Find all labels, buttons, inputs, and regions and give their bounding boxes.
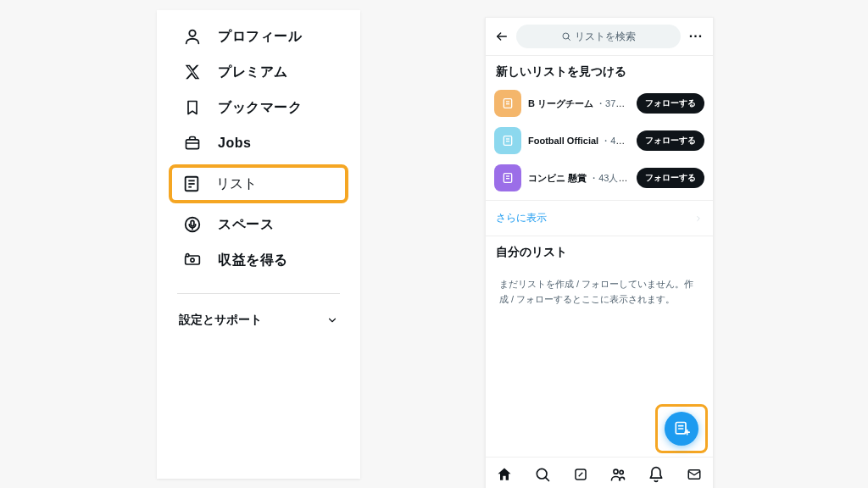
settings-and-support[interactable]: 設定とサポート bbox=[157, 294, 360, 336]
nav-spaces[interactable]: スペース bbox=[157, 207, 360, 242]
nav-jobs[interactable]: Jobs bbox=[157, 125, 360, 161]
tab-messages[interactable] bbox=[684, 464, 704, 485]
briefcase-icon bbox=[182, 133, 203, 153]
list-name: B リーグチーム bbox=[528, 98, 593, 108]
money-icon bbox=[182, 250, 203, 270]
x-logo-icon bbox=[182, 62, 203, 82]
show-more-button[interactable]: さらに表示 bbox=[486, 200, 713, 236]
nav-monetization-label: 収益を得る bbox=[218, 252, 288, 269]
more-options-button[interactable]: ··· bbox=[687, 29, 704, 44]
svg-point-0 bbox=[189, 30, 195, 36]
list-suggestions: B リーグチーム ・37人のメンバー フォローする Football Offic… bbox=[486, 85, 713, 197]
microphone-icon bbox=[182, 214, 203, 235]
nav-lists-highlighted[interactable]: リスト bbox=[169, 164, 348, 203]
tab-home[interactable] bbox=[494, 464, 515, 485]
search-placeholder: リストを検索 bbox=[575, 30, 636, 44]
tab-grok[interactable] bbox=[570, 464, 591, 485]
follow-button[interactable]: フォローする bbox=[637, 130, 704, 151]
follow-button[interactable]: フォローする bbox=[637, 93, 704, 114]
list-meta: ・43人のメンバー bbox=[589, 173, 630, 183]
svg-point-32 bbox=[614, 469, 618, 474]
list-thumb-icon bbox=[494, 127, 521, 154]
search-bar: リストを検索 ··· bbox=[486, 18, 713, 56]
nav-bookmarks-label: ブックマーク bbox=[218, 99, 302, 117]
my-lists-title: 自分のリスト bbox=[486, 236, 713, 265]
svg-rect-1 bbox=[186, 140, 199, 149]
create-list-fab[interactable] bbox=[665, 412, 698, 446]
list-thumb-icon bbox=[494, 164, 521, 191]
nav-lists-label: リスト bbox=[216, 175, 257, 193]
list-name: Football Official bbox=[528, 136, 598, 146]
list-icon bbox=[182, 175, 201, 193]
search-input[interactable]: リストを検索 bbox=[516, 25, 681, 48]
list-suggestion-item[interactable]: B リーグチーム ・37人のメンバー フォローする bbox=[486, 85, 713, 122]
bookmark-icon bbox=[182, 97, 203, 118]
nav-spaces-label: スペース bbox=[218, 216, 274, 234]
svg-line-13 bbox=[568, 38, 570, 41]
nav-monetization[interactable]: 収益を得る bbox=[157, 242, 360, 278]
list-name: コンビニ 懸賞 bbox=[528, 173, 587, 183]
nav-bookmarks[interactable]: ブックマーク bbox=[157, 90, 360, 125]
svg-rect-7 bbox=[191, 220, 194, 225]
settings-label: 設定とサポート bbox=[179, 313, 262, 328]
lists-screen: リストを検索 ··· 新しいリストを見つける B リーグチーム ・37人のメンバ… bbox=[485, 17, 714, 488]
svg-point-33 bbox=[620, 470, 623, 474]
list-info: Football Official ・44人の… bbox=[528, 135, 630, 147]
list-thumb-icon bbox=[494, 90, 521, 117]
tab-notifications[interactable] bbox=[646, 464, 666, 485]
list-meta: ・37人のメンバー bbox=[596, 98, 630, 108]
svg-point-10 bbox=[186, 254, 189, 257]
list-suggestion-item[interactable]: コンビニ 懸賞 ・43人のメンバー フォローする bbox=[486, 159, 713, 197]
bottom-nav bbox=[486, 457, 713, 488]
list-info: B リーグチーム ・37人のメンバー bbox=[528, 97, 630, 110]
follow-button[interactable]: フォローする bbox=[637, 168, 704, 188]
chevron-down-icon bbox=[326, 314, 338, 326]
svg-line-31 bbox=[578, 472, 582, 476]
list-info: コンビニ 懸賞 ・43人のメンバー bbox=[528, 172, 630, 185]
tab-communities[interactable] bbox=[608, 464, 628, 485]
discover-lists-title: 新しいリストを見つける bbox=[486, 56, 713, 85]
back-button[interactable] bbox=[494, 29, 509, 44]
empty-lists-message: まだリストを作成 / フォローしていません。作成 / フォローするとここに表示さ… bbox=[486, 265, 713, 319]
svg-line-29 bbox=[545, 477, 548, 480]
nav-profile[interactable]: プロフィール bbox=[157, 19, 360, 54]
profile-icon bbox=[182, 26, 203, 47]
lists-body bbox=[486, 319, 713, 457]
nav-jobs-label: Jobs bbox=[218, 136, 251, 151]
nav-profile-label: プロフィール bbox=[218, 28, 302, 46]
search-icon bbox=[561, 31, 571, 42]
nav-premium-label: プレミアム bbox=[218, 64, 288, 81]
show-more-label: さらに表示 bbox=[496, 211, 547, 225]
svg-point-9 bbox=[191, 258, 194, 262]
side-nav-panel: プロフィール プレミアム ブックマーク Jobs リスト スペース bbox=[157, 10, 360, 479]
tab-search[interactable] bbox=[532, 464, 553, 485]
create-list-highlight bbox=[655, 404, 708, 453]
list-meta: ・44人の… bbox=[601, 136, 630, 146]
nav-premium[interactable]: プレミアム bbox=[157, 54, 360, 90]
list-suggestion-item[interactable]: Football Official ・44人の… フォローする bbox=[486, 122, 713, 159]
new-list-icon bbox=[673, 420, 690, 437]
chevron-right-icon bbox=[694, 214, 703, 223]
